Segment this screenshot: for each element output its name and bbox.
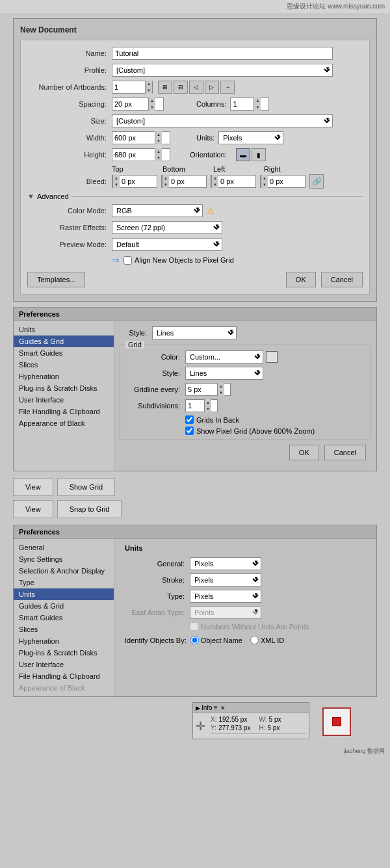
gridline-input[interactable] xyxy=(186,384,217,395)
pref-units-selection[interactable]: Selection & Anchor Display xyxy=(14,565,114,577)
bleed-right-arrows: ▲ ▼ xyxy=(261,175,268,188)
align-checkbox[interactable] xyxy=(124,256,132,265)
bleed-left-input[interactable] xyxy=(218,176,248,187)
artboard-right-icon[interactable]: ▷ xyxy=(205,81,219,94)
sidebar-item-slices[interactable]: Slices xyxy=(14,359,114,371)
grid-style-select[interactable]: Lines xyxy=(185,367,263,380)
gridline-up[interactable]: ▲ xyxy=(218,383,224,389)
sidebar-item-plugins[interactable]: Plug-ins & Scratch Disks xyxy=(14,382,114,394)
artboard-icons-group: ⊞ ⊟ ◁ ▷ → xyxy=(158,81,235,94)
pref-units-sync[interactable]: Sync Settings xyxy=(14,553,114,565)
pref-units-file-handling[interactable]: File Handling & Clipboard xyxy=(14,670,114,682)
subdivisions-up[interactable]: ▲ xyxy=(205,399,211,406)
artboard-grid-2-icon[interactable]: ⊟ xyxy=(174,81,188,94)
bleed-right-down[interactable]: ▼ xyxy=(261,181,268,188)
bleed-top-input[interactable] xyxy=(120,176,149,187)
spacing-input[interactable] xyxy=(112,98,148,110)
orientation-portrait-btn[interactable]: ▬ xyxy=(236,148,250,161)
units-type-select[interactable]: Pixels xyxy=(190,590,261,603)
sidebar-item-appearance-black[interactable]: Appearance of Black xyxy=(14,417,114,429)
columns-up[interactable]: ▲ xyxy=(254,98,261,104)
gridline-down[interactable]: ▼ xyxy=(218,389,224,396)
units-general-row: General: Pixels xyxy=(125,557,309,570)
width-input[interactable] xyxy=(112,132,155,144)
grids-in-back-checkbox[interactable] xyxy=(185,415,194,424)
pref-grid-cancel-button[interactable]: Cancel xyxy=(324,445,366,460)
bleed-right-up[interactable]: ▲ xyxy=(261,175,268,181)
bleed-bottom-header: Bottom xyxy=(162,165,207,173)
spacing-down[interactable]: ▼ xyxy=(149,104,155,111)
columns-down[interactable]: ▼ xyxy=(254,104,261,111)
artboards-input[interactable] xyxy=(112,81,145,93)
pref-units-type[interactable]: Type xyxy=(14,577,114,588)
artboard-left-icon[interactable]: ◁ xyxy=(189,81,203,94)
size-select[interactable]: [Custom] xyxy=(112,114,333,127)
pref-units-guides-grid[interactable]: Guides & Grid xyxy=(14,600,114,612)
ok-button[interactable]: OK xyxy=(286,272,316,287)
bleed-top-up[interactable]: ▲ xyxy=(113,175,120,181)
view-button-2[interactable]: View xyxy=(13,500,53,518)
guides-style-select[interactable]: Lines xyxy=(152,326,237,339)
pref-units-plugins[interactable]: Plug-ins & Scratch Disks xyxy=(14,647,114,659)
bleed-right-input[interactable] xyxy=(268,176,297,187)
bleed-left-up[interactable]: ▲ xyxy=(212,175,218,181)
subdivisions-down[interactable]: ▼ xyxy=(205,406,211,412)
snap-to-grid-button[interactable]: Snap to Grid xyxy=(57,500,122,518)
identify-obj-name-radio[interactable] xyxy=(190,636,199,644)
subdivisions-input[interactable] xyxy=(186,400,204,412)
pref-units-hyphenation[interactable]: Hyphenation xyxy=(14,635,114,647)
bleed-headers: Top Bottom Left Right xyxy=(27,165,363,173)
bleed-left-down[interactable]: ▼ xyxy=(212,181,218,188)
units-general-select[interactable]: Pixels xyxy=(190,557,261,570)
color-mode-select[interactable]: RGB xyxy=(112,204,203,217)
info-collapse-arrow[interactable]: ▶ xyxy=(196,705,200,711)
units-select[interactable]: Pixels xyxy=(218,131,283,144)
artboards-spin-up[interactable]: ▲ xyxy=(146,81,152,87)
profile-select[interactable]: [Custom] xyxy=(112,64,333,77)
cancel-button[interactable]: Cancel xyxy=(321,272,363,287)
artboard-arrow-icon[interactable]: → xyxy=(220,81,235,94)
info-menu-icon[interactable]: ≡ xyxy=(214,704,218,711)
templates-button[interactable]: Templates... xyxy=(27,272,85,287)
sidebar-item-smart-guides[interactable]: Smart Guides xyxy=(14,347,114,359)
bleed-link-icon[interactable]: 🔗 xyxy=(309,174,324,189)
bleed-bottom-down[interactable]: ▼ xyxy=(162,181,169,188)
pref-units-general[interactable]: General xyxy=(14,542,114,553)
height-down[interactable]: ▼ xyxy=(155,155,162,161)
raster-effects-select[interactable]: Screen (72 ppi) xyxy=(112,221,222,234)
sidebar-item-hyphenation[interactable]: Hyphenation xyxy=(14,371,114,382)
pref-units-slices[interactable]: Slices xyxy=(14,624,114,635)
name-input[interactable] xyxy=(112,47,333,60)
bleed-bottom-input[interactable] xyxy=(169,176,198,187)
pref-grid-ok-button[interactable]: OK xyxy=(289,445,319,460)
artboard-grid-icon[interactable]: ⊞ xyxy=(158,81,172,94)
artboards-spin-down[interactable]: ▼ xyxy=(146,87,152,94)
view-button-1[interactable]: View xyxy=(13,478,53,496)
columns-input[interactable] xyxy=(231,98,254,110)
pref-units-ui[interactable]: User Interface xyxy=(14,659,114,670)
grid-color-swatch[interactable] xyxy=(266,351,278,363)
sidebar-item-ui[interactable]: User Interface xyxy=(14,394,114,406)
height-up[interactable]: ▲ xyxy=(155,148,162,155)
units-stroke-select[interactable]: Pixels xyxy=(190,573,261,586)
advanced-collapse-icon[interactable]: ▼ xyxy=(27,192,34,200)
spacing-up[interactable]: ▲ xyxy=(149,98,155,104)
pref-units-smart-guides[interactable]: Smart Guides xyxy=(14,612,114,624)
grid-color-select[interactable]: Custom... xyxy=(185,350,263,363)
sidebar-item-guides-grid[interactable]: Guides & Grid xyxy=(14,335,114,347)
bleed-bottom-up[interactable]: ▲ xyxy=(162,175,169,181)
identify-xml-radio[interactable] xyxy=(250,636,259,644)
pref-units-appearance-black[interactable]: Appearance of Black xyxy=(14,682,114,694)
sidebar-item-file-handling[interactable]: File Handling & Clipboard xyxy=(14,406,114,417)
bleed-top-down[interactable]: ▼ xyxy=(113,181,120,188)
preview-mode-select[interactable]: Default xyxy=(112,238,222,251)
show-pixel-grid-checkbox[interactable] xyxy=(185,427,194,435)
width-down[interactable]: ▼ xyxy=(155,138,162,144)
height-input[interactable] xyxy=(112,149,155,161)
width-up[interactable]: ▲ xyxy=(155,131,162,138)
sidebar-item-units[interactable]: Units xyxy=(14,324,114,335)
orientation-landscape-btn[interactable]: ▮ xyxy=(252,148,266,161)
show-grid-button[interactable]: Show Grid xyxy=(57,478,115,496)
pref-units-units[interactable]: Units xyxy=(14,588,114,600)
info-close-icon[interactable]: ✕ xyxy=(220,705,226,711)
